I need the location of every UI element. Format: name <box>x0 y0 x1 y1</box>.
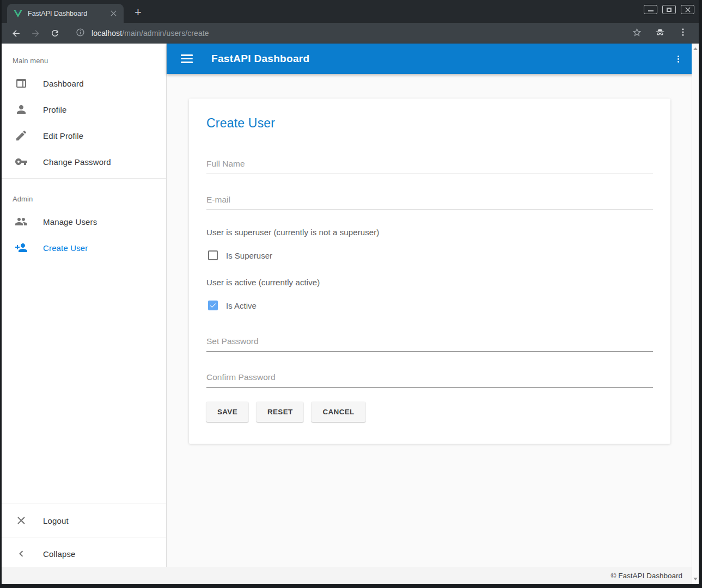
sidebar-item-change-password[interactable]: Change Password <box>2 149 166 175</box>
sidebar-divider <box>2 537 166 537</box>
sidebar-divider <box>2 178 166 179</box>
pencil-icon <box>15 129 28 142</box>
app-page: Main menu Dashboard Profile Edit Profile… <box>2 44 699 584</box>
save-button[interactable]: SAVE <box>206 402 248 422</box>
form-actions: SAVE RESET CANCEL <box>206 402 653 422</box>
cancel-button[interactable]: CANCEL <box>312 402 365 422</box>
is-superuser-row[interactable]: Is Superuser <box>206 250 653 260</box>
dashboard-icon <box>15 77 28 90</box>
confirm-password-field <box>206 372 653 388</box>
sidebar-item-label: Dashboard <box>43 79 84 88</box>
key-icon <box>15 155 28 168</box>
scroll-down-icon[interactable] <box>693 578 698 580</box>
full-name-input[interactable] <box>206 159 653 169</box>
superuser-hint: User is superuser (currently is not a su… <box>206 228 653 237</box>
toolbar-actions <box>632 27 691 40</box>
sidebar-item-create-user[interactable]: Create User <box>2 235 166 261</box>
close-x-icon <box>15 514 28 527</box>
new-tab-button[interactable]: + <box>135 7 142 19</box>
sidebar-item-label: Edit Profile <box>43 131 83 140</box>
page-footer: © FastAPI Dashboard <box>2 567 699 584</box>
back-icon[interactable] <box>8 26 23 41</box>
create-user-card: Create User User is superuser (currently… <box>189 99 670 444</box>
sidebar-section-admin: Admin <box>2 182 166 209</box>
sidebar: Main menu Dashboard Profile Edit Profile… <box>2 44 167 567</box>
active-hint: User is active (currently active) <box>206 278 653 287</box>
is-active-row[interactable]: Is Active <box>206 301 653 310</box>
content-area: Create User User is superuser (currently… <box>167 74 699 567</box>
set-password-input[interactable] <box>206 336 653 346</box>
sidebar-item-profile[interactable]: Profile <box>2 96 166 122</box>
tab-strip: FastAPI Dashboard + <box>2 0 699 23</box>
url-text: localhost/main/admin/users/create <box>91 29 209 38</box>
maximize-button[interactable] <box>662 5 676 14</box>
minimize-button[interactable] <box>644 5 657 14</box>
scroll-up-icon[interactable] <box>693 47 698 50</box>
email-field <box>206 195 653 210</box>
browser-tab[interactable]: FastAPI Dashboard <box>7 4 124 23</box>
url-host: localhost <box>91 29 122 38</box>
header-menu-icon[interactable] <box>672 52 685 65</box>
confirm-password-input[interactable] <box>206 372 653 382</box>
forward-icon[interactable] <box>28 26 43 41</box>
sidebar-item-label: Change Password <box>43 157 111 167</box>
people-icon <box>15 215 28 228</box>
vue-logo-icon <box>14 10 22 17</box>
sidebar-divider <box>2 504 166 504</box>
sidebar-item-collapse[interactable]: Collapse <box>2 541 166 567</box>
person-add-icon <box>15 241 28 254</box>
copyright-text: © FastAPI Dashboard <box>611 572 682 580</box>
browser-window: FastAPI Dashboard + <box>0 0 702 588</box>
page-title: Create User <box>206 116 653 131</box>
url-path: /main/admin/users/create <box>122 29 209 38</box>
sidebar-item-label: Create User <box>43 243 88 253</box>
sidebar-item-label: Logout <box>43 516 69 525</box>
hamburger-menu-icon[interactable] <box>181 54 193 63</box>
set-password-field <box>206 336 653 352</box>
reset-button[interactable]: RESET <box>257 402 304 422</box>
is-active-label: Is Active <box>226 301 257 310</box>
is-superuser-label: Is Superuser <box>226 251 272 260</box>
incognito-icon <box>654 27 666 40</box>
app-header: FastAPI Dashboard <box>167 44 699 74</box>
page-scrollbar[interactable] <box>692 44 699 584</box>
sidebar-section-main-menu: Main menu <box>2 44 166 70</box>
sidebar-item-label: Manage Users <box>43 217 97 226</box>
sidebar-item-logout[interactable]: Logout <box>2 507 166 534</box>
full-name-field <box>206 159 653 174</box>
chevron-left-icon <box>15 547 28 560</box>
bookmark-star-icon[interactable] <box>632 27 642 40</box>
person-icon <box>15 103 28 116</box>
sidebar-item-manage-users[interactable]: Manage Users <box>2 209 166 235</box>
is-active-checkbox[interactable] <box>208 301 218 310</box>
tab-title: FastAPI Dashboard <box>28 10 108 17</box>
browser-chrome: FastAPI Dashboard + <box>2 0 699 44</box>
is-superuser-checkbox[interactable] <box>208 250 218 260</box>
app-title: FastAPI Dashboard <box>211 53 672 65</box>
address-bar[interactable]: localhost/main/admin/users/create <box>76 28 632 39</box>
main-area: FastAPI Dashboard Create User <box>167 44 699 567</box>
browser-toolbar: localhost/main/admin/users/create <box>2 23 699 44</box>
check-icon <box>209 301 217 310</box>
reload-icon[interactable] <box>47 26 63 41</box>
site-info-icon[interactable] <box>76 28 85 39</box>
email-input[interactable] <box>206 195 653 205</box>
sidebar-item-edit-profile[interactable]: Edit Profile <box>2 122 166 149</box>
window-controls <box>644 5 694 14</box>
browser-menu-icon[interactable] <box>678 27 688 39</box>
close-window-button[interactable] <box>681 5 694 14</box>
tab-close-icon[interactable] <box>108 9 118 19</box>
sidebar-item-label: Profile <box>43 105 67 114</box>
sidebar-item-label: Collapse <box>43 549 76 559</box>
sidebar-item-dashboard[interactable]: Dashboard <box>2 70 166 96</box>
